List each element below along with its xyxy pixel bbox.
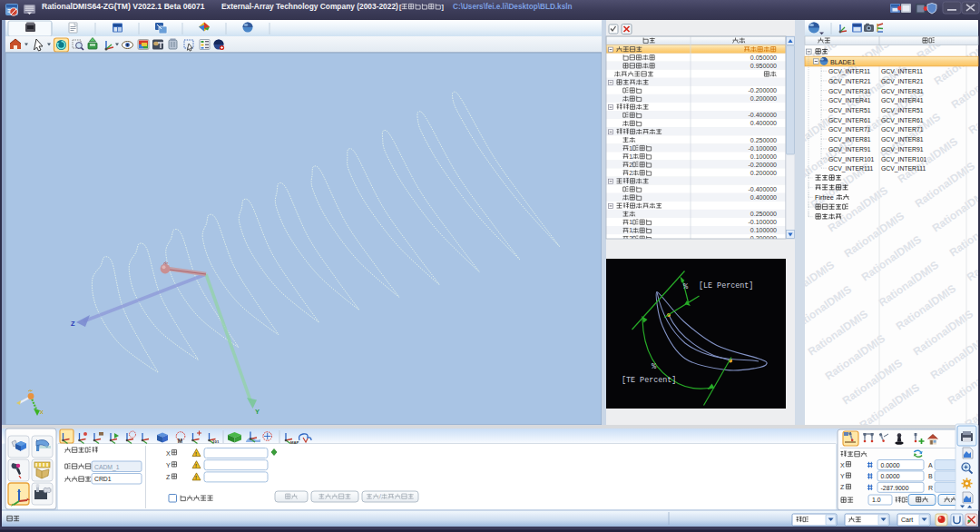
svg-text:0.200000: 0.200000 (750, 95, 777, 102)
svg-text:GCV_INTER21: GCV_INTER21 (881, 78, 924, 85)
svg-text:0.200000: 0.200000 (750, 170, 777, 176)
svg-text:Y: Y (840, 473, 845, 479)
svg-text:[TE Percent]: [TE Percent] (622, 376, 676, 385)
svg-text:GCV_INTER101: GCV_INTER101 (881, 156, 926, 163)
svg-text:/: / (379, 493, 381, 499)
svg-text:GCV_INTER31: GCV_INTER31 (881, 88, 924, 95)
svg-text:!: ! (195, 463, 197, 468)
svg-text:BLADE1: BLADE1 (830, 58, 856, 66)
svg-text:-0.100000: -0.100000 (748, 219, 777, 225)
svg-text:!: ! (195, 451, 197, 457)
svg-text:External-Array Technology Comp: External-Array Technology Company (2003-… (221, 2, 398, 11)
svg-text:-0.400000: -0.400000 (748, 186, 777, 192)
svg-text:GCV_INTER81: GCV_INTER81 (881, 136, 924, 143)
svg-text:GCV_INTER71: GCV_INTER71 (881, 126, 924, 133)
svg-text:GCV_INTER21: GCV_INTER21 (828, 78, 871, 85)
svg-text:1: 1 (629, 153, 632, 160)
svg-text:GCV_INTER41: GCV_INTER41 (828, 97, 871, 104)
svg-text:GCV_INTER61: GCV_INTER61 (881, 117, 924, 124)
svg-text:0.400000: 0.400000 (750, 194, 777, 201)
svg-text:C:\Users\fei.e.li\Desktop\BLD.: C:\Users\fei.e.li\Desktop\BLD.ksln (453, 3, 573, 11)
svg-text:MAP: MAP (290, 440, 299, 445)
svg-text:2: 2 (629, 170, 632, 176)
svg-text:GCV_INTER51: GCV_INTER51 (881, 107, 924, 114)
svg-text:-0.400000: -0.400000 (748, 112, 777, 118)
svg-text:Y: Y (166, 462, 171, 468)
svg-text:A: A (928, 462, 933, 468)
svg-text:GCV_INTER61: GCV_INTER61 (828, 117, 871, 124)
svg-text:0.100000: 0.100000 (750, 153, 777, 160)
svg-text:-0.100000: -0.100000 (748, 145, 777, 152)
svg-text:GCV_INTER91: GCV_INTER91 (828, 146, 871, 153)
svg-text:1.0: 1.0 (872, 497, 881, 503)
svg-text:R: R (928, 485, 933, 491)
svg-text:]: ] (441, 4, 443, 11)
svg-text:Y: Y (255, 408, 260, 416)
svg-text:GCV_INTER11: GCV_INTER11 (881, 68, 923, 75)
svg-text:X: X (166, 450, 171, 457)
svg-text:CADM_1: CADM_1 (94, 464, 120, 471)
svg-text:Cart: Cart (901, 517, 913, 523)
svg-text:0.050000: 0.050000 (750, 54, 777, 61)
svg-text:Firtree: Firtree (815, 193, 834, 202)
svg-text:2: 2 (629, 162, 632, 168)
svg-text:RationalDMIS64-ZG(TM) V2022.1: RationalDMIS64-ZG(TM) V2022.1 Beta 06071 (42, 2, 205, 11)
svg-text:0.100000: 0.100000 (750, 227, 777, 233)
svg-text:Z: Z (840, 484, 845, 490)
svg-text:1: 1 (629, 219, 632, 225)
svg-text:GCV_INTER111: GCV_INTER111 (881, 165, 926, 172)
svg-text:GCV_INTER111: GCV_INTER111 (828, 165, 873, 172)
svg-text:-287.9000: -287.9000 (881, 485, 909, 491)
svg-text:0.0000: 0.0000 (881, 473, 900, 479)
svg-text:-0.200000: -0.200000 (748, 87, 777, 94)
svg-text:M: M (178, 438, 182, 444)
svg-text:GCV_INTER101: GCV_INTER101 (828, 156, 874, 163)
svg-text:GCV_INTER91: GCV_INTER91 (881, 146, 924, 153)
svg-text:!: ! (195, 475, 197, 480)
svg-text:Z: Z (166, 474, 171, 480)
svg-text:CRD1: CRD1 (94, 476, 112, 482)
svg-text:101: 101 (212, 439, 220, 444)
svg-text:B: B (928, 473, 933, 479)
svg-text:0.0000: 0.0000 (881, 462, 900, 468)
svg-text:GCV_INTER31: GCV_INTER31 (828, 88, 871, 95)
svg-text:GCV_INTER51: GCV_INTER51 (828, 107, 871, 114)
svg-text:GCV_INTER71: GCV_INTER71 (828, 126, 871, 133)
svg-text:0.250000: 0.250000 (750, 211, 777, 217)
svg-text:X: X (840, 462, 845, 468)
svg-text:Z: Z (71, 320, 75, 328)
svg-text:0.950000: 0.950000 (750, 63, 777, 69)
svg-text:1: 1 (629, 227, 632, 233)
svg-text:%: % (683, 282, 689, 291)
svg-text:0.400000: 0.400000 (750, 120, 777, 126)
svg-text:GCV_INTER11: GCV_INTER11 (828, 68, 870, 75)
svg-text:1: 1 (629, 145, 632, 152)
svg-text:GCV_INTER41: GCV_INTER41 (881, 97, 924, 104)
svg-text:GCV_INTER81: GCV_INTER81 (828, 136, 871, 143)
svg-text:[LE Percent]: [LE Percent] (699, 281, 753, 291)
svg-text:0.250000: 0.250000 (750, 137, 777, 143)
svg-text:-0.200000: -0.200000 (748, 162, 777, 168)
svg-text:%: % (652, 362, 657, 371)
